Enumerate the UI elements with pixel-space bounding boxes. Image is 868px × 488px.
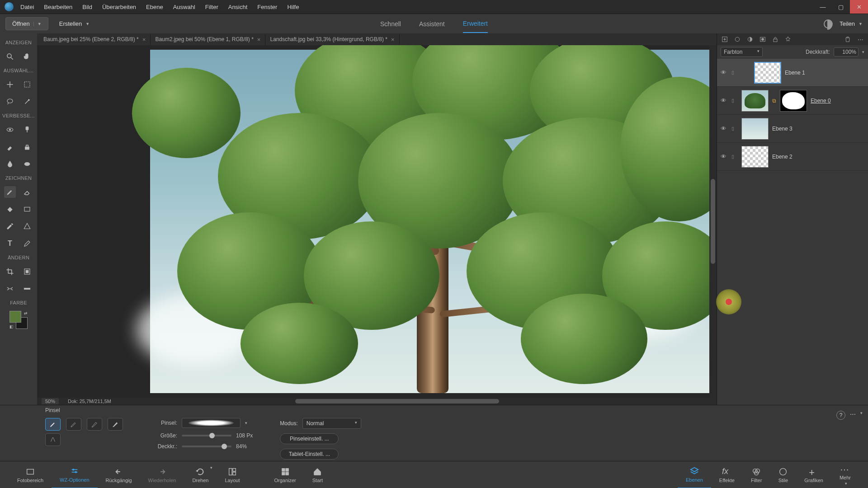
layer-name[interactable]: Ebene 2 bbox=[772, 154, 793, 160]
scrollbar-thumb[interactable] bbox=[711, 179, 715, 263]
menu-help[interactable]: Hilfe bbox=[287, 4, 299, 10]
move-tool[interactable] bbox=[4, 79, 16, 90]
opacity-value[interactable]: 84% bbox=[236, 443, 247, 450]
layer-name[interactable]: Ebene 0 bbox=[811, 98, 831, 104]
link-icon[interactable]: ⧉ bbox=[772, 98, 776, 104]
menu-select[interactable]: Auswahl bbox=[173, 4, 195, 10]
collapse-icon[interactable]: ▾ bbox=[860, 411, 863, 415]
menu-filter[interactable]: Filter bbox=[205, 4, 218, 10]
recompose-tool[interactable] bbox=[21, 266, 33, 277]
crop-tool[interactable] bbox=[4, 266, 16, 277]
brush-variant[interactable] bbox=[45, 418, 61, 431]
visibility-toggle-icon[interactable]: 👁 bbox=[721, 69, 728, 76]
opacity-slider[interactable] bbox=[182, 446, 231, 447]
share-button[interactable]: Teilen ▼ bbox=[840, 20, 863, 27]
color-swatches[interactable]: ⇄ ◧ bbox=[9, 311, 28, 329]
brush-variant[interactable] bbox=[66, 418, 81, 431]
default-colors-icon[interactable]: ◧ bbox=[9, 324, 14, 329]
lock-icon[interactable]: ▯ bbox=[731, 98, 738, 103]
tablet-settings-button[interactable]: Tablet-Einstell. ... bbox=[280, 449, 339, 460]
canvas[interactable] bbox=[150, 50, 715, 393]
more-icon[interactable]: ⋯ bbox=[850, 411, 856, 418]
brush-variant[interactable] bbox=[45, 433, 61, 446]
horizontal-scrollbar[interactable] bbox=[37, 398, 717, 405]
blend-mode-select[interactable]: Normal▾ bbox=[302, 418, 361, 429]
lock-icon[interactable]: ▯ bbox=[731, 70, 738, 75]
layer-name[interactable]: Ebene 1 bbox=[785, 70, 805, 76]
scrollbar-thumb[interactable] bbox=[295, 399, 499, 404]
layer-name[interactable]: Ebene 3 bbox=[772, 126, 793, 132]
layer-effects-icon[interactable] bbox=[784, 35, 792, 43]
styles-button[interactable]: Stile bbox=[770, 461, 796, 488]
graphics-button[interactable]: +Grafiken bbox=[796, 461, 831, 488]
create-button[interactable]: Erstellen ▼ bbox=[53, 18, 96, 30]
visibility-toggle-icon[interactable]: 👁 bbox=[721, 97, 728, 104]
foreground-color-swatch[interactable] bbox=[9, 311, 21, 323]
swap-colors-icon[interactable]: ⇄ bbox=[24, 311, 28, 315]
eraser-tool[interactable] bbox=[21, 186, 33, 198]
layer-thumbnail[interactable] bbox=[741, 146, 769, 168]
tab-expert[interactable]: Erweitert bbox=[463, 15, 488, 33]
tool-options-button[interactable]: WZ-Optionen bbox=[52, 461, 97, 488]
chevron-down-icon[interactable]: ▾ bbox=[245, 421, 247, 425]
brush-settings-button[interactable]: Pinseleinstell. ... bbox=[280, 433, 339, 444]
clone-stamp-tool[interactable] bbox=[21, 141, 33, 153]
more-button[interactable]: ⋯Mehr▾ bbox=[831, 461, 859, 488]
layer-thumbnail[interactable] bbox=[754, 62, 781, 84]
visibility-toggle-icon[interactable]: 👁 bbox=[721, 153, 728, 160]
smart-brush-tool[interactable] bbox=[4, 141, 16, 153]
magic-wand-tool[interactable] bbox=[21, 96, 33, 108]
sponge-tool[interactable] bbox=[21, 158, 33, 170]
blend-mode-select[interactable]: Farbton ▾ bbox=[721, 47, 763, 57]
close-button[interactable]: ✕ bbox=[850, 0, 868, 14]
menu-edit[interactable]: Bearbeiten bbox=[44, 4, 72, 10]
hand-tool[interactable] bbox=[21, 51, 33, 62]
close-icon[interactable]: × bbox=[257, 36, 261, 43]
tab-guided[interactable]: Assistent bbox=[419, 15, 445, 33]
tab-quick[interactable]: Schnell bbox=[380, 15, 401, 33]
canvas-viewport[interactable] bbox=[37, 45, 717, 398]
effects-button[interactable]: fxEffekte bbox=[711, 461, 743, 488]
help-icon[interactable]: ? bbox=[836, 411, 845, 420]
home-button[interactable]: Start bbox=[304, 461, 331, 488]
layout-button[interactable]: Layout bbox=[217, 461, 248, 488]
doc-tab[interactable]: Baum.jpeg bei 25% (Ebene 2, RGB/8) *× bbox=[39, 34, 151, 45]
vertical-scrollbar[interactable] bbox=[709, 45, 717, 398]
size-slider[interactable] bbox=[182, 435, 231, 436]
eye-tool[interactable] bbox=[4, 124, 16, 136]
brush-variant[interactable] bbox=[87, 418, 102, 431]
layer-thumbnail[interactable] bbox=[741, 118, 769, 140]
new-layer-icon[interactable] bbox=[721, 35, 729, 43]
lock-icon[interactable]: ▯ bbox=[731, 154, 738, 160]
layer-thumbnail[interactable] bbox=[741, 90, 769, 112]
menu-file[interactable]: Datei bbox=[20, 4, 34, 10]
straighten-tool[interactable] bbox=[21, 283, 33, 295]
brush-preset-select[interactable] bbox=[182, 418, 241, 428]
text-tool[interactable]: T bbox=[4, 238, 16, 249]
menu-view[interactable]: Ansicht bbox=[228, 4, 248, 10]
rotate-button[interactable]: Drehen▾ bbox=[184, 461, 217, 488]
content-aware-tool[interactable] bbox=[4, 283, 16, 295]
menu-image[interactable]: Bild bbox=[82, 4, 92, 10]
photo-bin-button[interactable]: Fotobereich bbox=[9, 461, 52, 488]
menu-layer[interactable]: Ebene bbox=[146, 4, 163, 10]
filters-button[interactable]: Filter bbox=[743, 461, 770, 488]
spot-heal-tool[interactable] bbox=[21, 124, 33, 136]
delete-layer-icon[interactable] bbox=[844, 35, 852, 43]
lock-icon[interactable]: ▯ bbox=[731, 126, 738, 131]
pencil-tool[interactable] bbox=[21, 238, 33, 249]
theme-toggle-icon[interactable] bbox=[824, 19, 833, 28]
close-icon[interactable]: × bbox=[142, 36, 146, 43]
chevron-down-icon[interactable]: ▾ bbox=[862, 50, 864, 54]
marquee-tool[interactable] bbox=[21, 79, 33, 90]
opacity-input[interactable]: 100% bbox=[834, 47, 859, 56]
layer-mask-thumbnail[interactable] bbox=[780, 90, 807, 112]
layer-row[interactable]: 👁 ▯ Ebene 1 bbox=[717, 59, 868, 87]
adjustment-layer-icon[interactable] bbox=[746, 35, 754, 43]
layer-mask-icon[interactable] bbox=[759, 35, 767, 43]
close-icon[interactable]: × bbox=[391, 36, 395, 43]
organizer-button[interactable]: Organizer bbox=[266, 461, 304, 488]
lock-layer-icon[interactable] bbox=[771, 35, 779, 43]
lasso-tool[interactable] bbox=[4, 96, 16, 108]
redo-button[interactable]: Wiederholen bbox=[140, 461, 184, 488]
